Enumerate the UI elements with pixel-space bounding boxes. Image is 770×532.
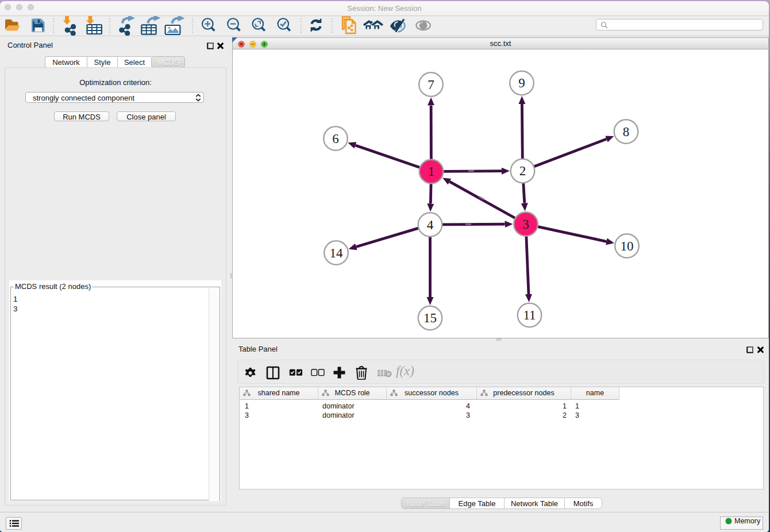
svg-text:15: 15: [424, 311, 437, 325]
svg-text:2: 2: [519, 164, 526, 178]
svg-text:9: 9: [518, 76, 525, 90]
svg-text:6: 6: [332, 132, 339, 146]
svg-text:7: 7: [428, 78, 434, 92]
svg-text:8: 8: [623, 125, 630, 139]
svg-text:4: 4: [427, 218, 434, 232]
svg-text:10: 10: [621, 239, 634, 253]
svg-text:3: 3: [522, 217, 529, 232]
svg-text:1: 1: [428, 164, 435, 179]
svg-text:11: 11: [523, 308, 536, 322]
svg-text:14: 14: [330, 246, 344, 260]
